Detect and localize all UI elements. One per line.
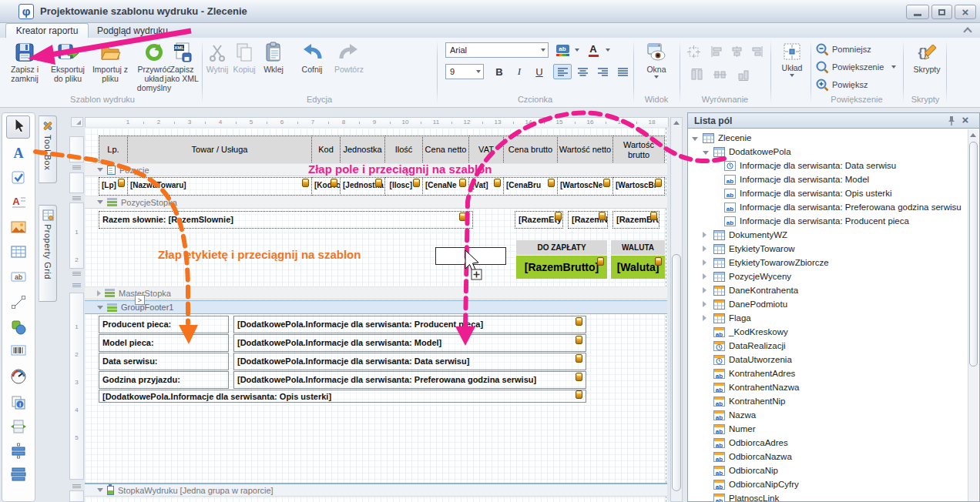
- bold-button[interactable]: B: [490, 64, 508, 79]
- waluta-header[interactable]: WALUTA: [611, 240, 665, 255]
- okna-button[interactable]: Okna: [636, 40, 676, 94]
- zoom-level-button[interactable]: Powiększenie: [815, 59, 896, 75]
- align-right-button[interactable]: [593, 64, 612, 79]
- group-footer-label[interactable]: Data serwisu:: [99, 353, 229, 370]
- expand-node-icon[interactable]: [703, 301, 706, 307]
- align-left-button[interactable]: [553, 64, 572, 79]
- tool-label[interactable]: A: [6, 142, 30, 166]
- tree-item-odbiorcanip[interactable]: abOdbiorcaNip: [689, 464, 965, 477]
- tool-text-box[interactable]: ab: [6, 266, 30, 289]
- snap-to-grid-button[interactable]: [684, 43, 703, 60]
- band-stopka-wydruku[interactable]: StopkaWydruku [Jedna grupa w raporcie]: [85, 483, 667, 497]
- zoom-out-button[interactable]: Pomniejsz: [815, 42, 871, 57]
- tool-gauge[interactable]: [6, 366, 30, 390]
- tree-item-dodatkowepola[interactable]: DodatkowePola: [689, 145, 965, 159]
- underline-button[interactable]: U: [530, 64, 549, 79]
- group-footer-label[interactable]: Godzina przyjazdu:: [99, 371, 229, 389]
- tree-item-platnosclink[interactable]: abPlatnoscLink: [689, 491, 965, 502]
- collapse-band-icon[interactable]: [97, 168, 103, 172]
- make-same-height-button[interactable]: [733, 66, 752, 83]
- scroll-up-icon[interactable]: [673, 121, 680, 125]
- expand-node-icon[interactable]: [703, 246, 706, 252]
- tree-item-pozycjewyceny[interactable]: PozycjeWyceny: [689, 269, 965, 283]
- copy-button[interactable]: Kopiuj: [228, 40, 260, 94]
- font-color-button[interactable]: A: [584, 42, 602, 58]
- design-scrollbar-thumb[interactable]: [672, 254, 681, 491]
- tool-checkbox[interactable]: [6, 167, 30, 190]
- tool-shape[interactable]: [6, 317, 30, 340]
- collapse-band-icon[interactable]: [97, 200, 103, 204]
- paste-button[interactable]: Wklej: [257, 40, 290, 94]
- expand-band-icon[interactable]: [97, 290, 101, 296]
- tree-item-datarealizacji[interactable]: DataRealizacji: [689, 339, 965, 353]
- tool-picture[interactable]: [6, 217, 30, 240]
- font-name-combo[interactable]: Arial: [445, 42, 549, 58]
- panel-close-icon[interactable]: [960, 114, 971, 126]
- razem-brutto-green-field[interactable]: [RazemBrutto]: [516, 256, 607, 279]
- column-header[interactable]: Ilość: [384, 136, 423, 164]
- tool-pointer[interactable]: [6, 115, 30, 139]
- tree-item-kodkreskowy[interactable]: ab_KodKreskowy: [689, 325, 965, 339]
- drop-target-rect[interactable]: [435, 247, 506, 265]
- save-close-button[interactable]: Zapisz i zamknij: [5, 40, 45, 94]
- redo-button[interactable]: Powtórz: [330, 40, 368, 94]
- do-zaplaty-header[interactable]: DO ZAPŁATY: [516, 240, 607, 255]
- tree-item-informacje-dla-serwisanta-data-serwisu[interactable]: Informacje dla serwisanta: Data serwisu: [689, 159, 965, 172]
- tool-subreport[interactable]: [6, 464, 30, 487]
- tree-item-informacje-dla-serwisanta-preferowana-godzina-serwisu[interactable]: abInformacje dla serwisanta: Preferowana…: [689, 200, 965, 214]
- column-header[interactable]: VAT: [468, 136, 504, 164]
- chevron-down-icon[interactable]: [473, 65, 483, 79]
- tool-page-break[interactable]: [6, 417, 30, 440]
- align-objects-left-button[interactable]: [707, 43, 726, 60]
- column-header[interactable]: Jednostka: [340, 136, 385, 164]
- tool-barcode[interactable]: [6, 340, 30, 363]
- undo-button[interactable]: Cofnij: [294, 40, 330, 94]
- make-same-width-button[interactable]: [687, 66, 706, 83]
- column-header[interactable]: Wartość netto: [557, 136, 613, 164]
- column-header[interactable]: Wartość brutto: [612, 136, 665, 164]
- group-footer-field[interactable]: [DodatkowePola.Informacje dla serwisanta…: [233, 316, 586, 333]
- align-objects-right-button[interactable]: [747, 43, 766, 60]
- tool-page-info[interactable]: i: [6, 393, 30, 416]
- minimize-button[interactable]: [906, 5, 929, 19]
- zoom-in-button[interactable]: Powiększ: [815, 77, 868, 92]
- band-master-stopka[interactable]: MasterStopka: [85, 286, 667, 300]
- group-footer-field[interactable]: [DodatkowePola.Informacje dla serwisanta…: [233, 334, 586, 352]
- column-header[interactable]: Lp.: [99, 136, 128, 164]
- tree-item-odbiorcaadres[interactable]: abOdbiorcaAdres: [689, 436, 965, 450]
- skrypty-button[interactable]: {} Skrypty: [909, 40, 945, 94]
- font-size-combo[interactable]: 9: [445, 64, 484, 79]
- expand-node-icon[interactable]: [703, 259, 706, 266]
- tab-podglad-wydruku[interactable]: Podgląd wydruku: [92, 23, 173, 38]
- align-justify-button[interactable]: [613, 64, 632, 79]
- tree-item-informacje-dla-serwisanta-model[interactable]: abInformacje dla serwisanta: Model: [689, 172, 965, 186]
- tree-item-etykietytowarow[interactable]: EtykietyTowarow: [689, 242, 965, 256]
- band-pozycje-stopka[interactable]: PozycjeStopka: [85, 196, 667, 209]
- smart-tag-button[interactable]: >: [135, 295, 145, 305]
- group-footer-label[interactable]: Producent pieca:: [99, 316, 229, 333]
- side-tab-toolbox[interactable]: Tool Box: [39, 115, 57, 183]
- tool-rich-text[interactable]: A: [6, 192, 30, 215]
- tree-item-informacje-dla-serwisanta-producent-pieca[interactable]: abInformacje dla serwisanta: Producent p…: [689, 214, 965, 228]
- tree-item-etykietytowarowzbiorcze[interactable]: EtykietyTowarowZbiorcze: [689, 256, 965, 269]
- collapse-band-icon[interactable]: [97, 488, 103, 492]
- fields-scrollbar-thumb[interactable]: [969, 142, 978, 366]
- group-footer-field[interactable]: [DodatkowePola.Informacje dla serwisanta…: [233, 353, 586, 370]
- highlight-dropdown[interactable]: [572, 42, 582, 58]
- pin-icon[interactable]: [946, 115, 957, 126]
- tool-panel[interactable]: [6, 440, 30, 464]
- tree-item-informacje-dla-serwisanta-opis-usterki[interactable]: abInformacje dla serwisanta: Opis usterk…: [689, 186, 965, 200]
- highlight-color-button[interactable]: ab: [553, 42, 572, 58]
- tree-item-danekontrahenta[interactable]: DaneKontrahenta: [689, 283, 965, 297]
- collapse-band-icon[interactable]: [97, 306, 103, 310]
- uklad-button[interactable]: Układ: [774, 40, 811, 94]
- field-cell[interactable]: [NazwaTowaru]: [127, 177, 312, 196]
- align-center-button[interactable]: [573, 64, 592, 79]
- column-header[interactable]: Cena netto: [422, 136, 469, 164]
- band-group-footer[interactable]: GroupFooter1: [85, 300, 667, 314]
- collapse-node-icon[interactable]: [692, 137, 698, 141]
- group-footer-label[interactable]: Model pieca:: [99, 334, 229, 352]
- tool-table[interactable]: [6, 242, 30, 265]
- save-as-xml-button[interactable]: XML Zapisz jako XML: [163, 40, 200, 94]
- tab-kreator-raportu[interactable]: Kreator raportu: [5, 23, 89, 38]
